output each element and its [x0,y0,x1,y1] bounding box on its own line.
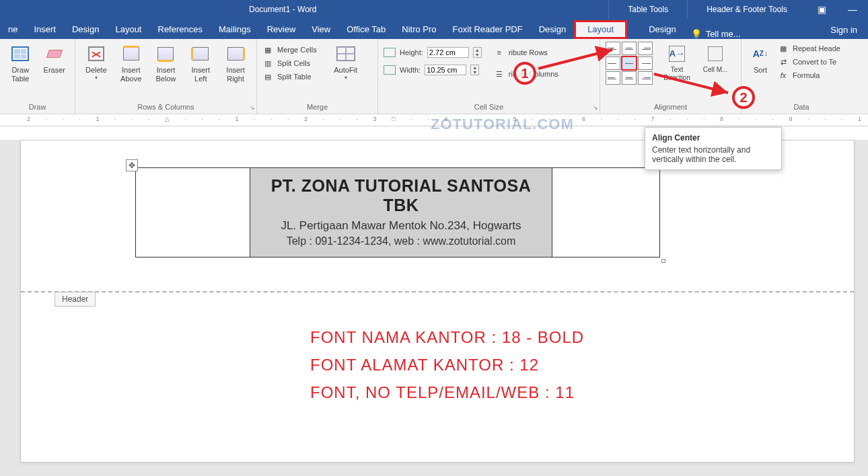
draw-table-icon [11,46,29,61]
insert-below-label: Insert Below [151,66,182,83]
tab-insert[interactable]: Insert [26,20,64,39]
width-input[interactable] [425,65,466,75]
text-direction-icon: A→ [669,46,685,62]
align-middle-right-button[interactable] [638,56,653,70]
delete-label: Delete [85,66,107,75]
formula-icon: fx [778,70,789,81]
header-section-tag: Header [55,292,96,307]
table-move-handle-icon[interactable]: ✥ [126,159,138,171]
ruler-marks: 2 · · · 1 · · · △ · · · 1 · · · 2 · · · … [27,116,868,122]
sign-in-link[interactable]: Sign in [825,21,863,39]
split-cells-icon: ▥ [262,58,273,69]
tab-table-design[interactable]: Design [531,20,574,39]
convert-to-text-label: Convert to Te [793,58,836,66]
tab-references[interactable]: References [150,20,211,39]
annotation-line-3: Font, No telp/email/web : 11 [310,379,800,407]
split-table-button[interactable]: ▤Split Table [262,71,317,82]
horizontal-ruler[interactable]: 2 · · · 1 · · · △ · · · 1 · · · 2 · · · … [0,114,868,126]
split-cells-button[interactable]: ▥Split Cells [262,58,317,69]
height-label: Height: [400,48,423,56]
sort-icon: AZ↓ [753,48,768,60]
merge-cells-button[interactable]: ▦Merge Cells [262,44,317,55]
align-center-button[interactable] [622,56,637,70]
width-label: Width: [400,66,421,74]
table-resize-handle-icon[interactable] [661,259,665,263]
repeat-header-label: Repeat Heade [793,44,840,52]
tooltip-title: Align Center [652,133,774,143]
window-minimize-icon[interactable]: — [837,0,868,19]
width-icon [384,65,396,75]
insert-above-label: Insert Above [116,66,147,83]
tab-design[interactable]: Design [64,20,107,39]
autofit-label: AutoFit [334,66,357,75]
tab-foxit-reader-pdf[interactable]: Foxit Reader PDF [445,20,531,39]
height-spinner[interactable]: ▲▼ [473,47,482,58]
company-name: PT. ZONA TUTORIAL SANTOSA TBK [257,176,545,215]
table-cell-right[interactable] [552,168,659,257]
height-icon [384,48,396,57]
document-title: Document1 - Word [249,5,316,14]
tab-table-layout[interactable]: Layout [574,20,627,39]
cell-margins-icon [708,46,723,61]
eraser-icon [46,50,63,58]
repeat-header-icon: ▦ [778,43,789,54]
annotation-callout-2: 2 [732,86,755,109]
distribute-rows-icon: ≡ [494,47,505,58]
tell-me-label: Tell me... [706,29,741,39]
align-top-center-button[interactable] [622,42,637,55]
tell-me-search[interactable]: 💡 Tell me... [684,29,748,39]
annotation-callout-1: 1 [513,62,536,85]
tab-nitro-pro[interactable]: Nitro Pro [394,20,444,39]
align-bottom-right-button[interactable] [638,71,653,85]
tab-layout[interactable]: Layout [107,20,149,39]
annotation-line-1: Font nama kantor : 18 - Bold [310,324,800,352]
annotation-line-2: Font Alamat kantor : 12 [310,352,800,379]
split-table-label: Split Table [277,73,312,81]
insert-right-label: Insert Right [220,66,251,83]
tab-view[interactable]: View [303,20,338,39]
letterhead-table[interactable]: PT. ZONA TUTORIAL SANTOSA TBK JL. Pertig… [135,167,660,257]
svg-line-0 [538,50,612,69]
repeat-header-rows-button[interactable]: ▦Repeat Heade [778,43,840,54]
insert-left-label: Insert Left [185,66,216,83]
document-page[interactable]: ✥ PT. ZONA TUTORIAL SANTOSA TBK JL. Pert… [20,140,855,463]
table-cell-center[interactable]: PT. ZONA TUTORIAL SANTOSA TBK JL. Pertig… [250,168,552,257]
dropdown-caret-icon: ▾ [345,75,347,81]
sort-label: Sort [754,66,767,75]
tab-mailings[interactable]: Mailings [211,20,259,39]
annotation-text: Font nama kantor : 18 - Bold Font Alamat… [310,324,800,406]
formula-button[interactable]: fxFormula [778,70,840,81]
width-spinner[interactable]: ▲▼ [470,65,479,75]
table-cell-left[interactable] [136,168,250,257]
group-label-data: Data [742,102,861,112]
tab-home[interactable]: ne [0,20,26,39]
ribbon-display-options-icon[interactable]: ▣ [806,0,837,19]
lightbulb-icon: 💡 [691,29,702,39]
header-boundary [21,291,854,292]
formula-label: Formula [793,71,820,79]
align-bottom-center-button[interactable] [622,71,637,85]
tooltip-body: Center text horizontally and vertically … [652,145,774,164]
tab-header-footer-design[interactable]: Design [641,20,684,39]
tooltip-align-center: Align Center Center text horizontally an… [645,127,782,170]
split-table-icon: ▤ [262,71,273,82]
insert-below-icon [157,47,174,61]
group-label-cell-size: Cell Size [378,102,600,112]
height-input[interactable] [427,47,469,58]
dialog-launcher-cell-size[interactable]: ↘ [593,104,598,111]
merge-cells-icon: ▦ [262,44,273,55]
annotation-arrow-2 [654,73,735,102]
draw-table-label: Draw Table [5,66,36,83]
insert-above-icon [123,47,139,61]
group-label-draw: Draw [0,102,75,112]
tab-review[interactable]: Review [259,20,304,39]
align-top-right-button[interactable] [638,42,653,55]
insert-left-icon [192,47,209,61]
group-label-rows-columns: Rows & Columns [75,102,256,112]
svg-line-1 [654,74,728,93]
merge-cells-label: Merge Cells [277,46,317,54]
convert-to-text-button[interactable]: ⇄Convert to Te [778,56,840,67]
dialog-launcher-rows-columns[interactable]: ↘ [250,104,255,111]
tab-office-tab[interactable]: Office Tab [338,20,394,39]
delete-icon [88,46,104,61]
